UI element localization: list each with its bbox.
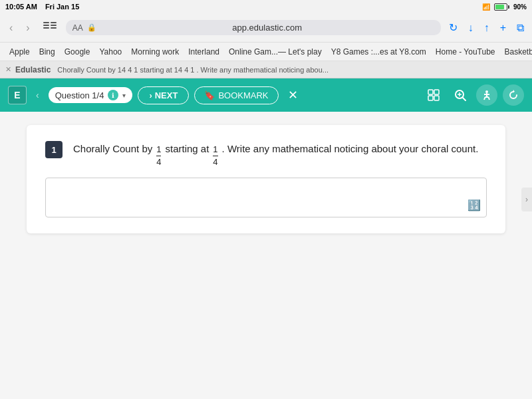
question-text: Chorally Count by 1 4 starting at 1 4 . … [73,141,478,167]
tab-site-title: Edulastic [15,65,51,74]
prev-question-button[interactable]: ‹ [32,87,43,103]
bookmark-bing[interactable]: Bing [35,46,59,58]
fraction-2: 1 4 [213,144,217,167]
svg-rect-7 [434,90,439,94]
forward-button[interactable]: › [22,19,33,37]
question-number: 1 [45,141,63,158]
question-card: 1 Chorally Count by 1 4 starting at 1 4 … [27,125,505,233]
fraction-1-numerator: 1 [156,144,161,156]
chevron-right-icon: › [525,195,528,204]
svg-rect-9 [434,96,439,100]
time-display: 10:05 AM [5,3,37,11]
question-body: 1 Chorally Count by 1 4 starting at 1 4 … [45,141,487,167]
battery-pct: 90% [513,3,527,11]
answer-box[interactable]: 🔢 [45,178,487,217]
aa-text: AA [72,23,83,33]
new-tab-button[interactable]: + [497,21,509,35]
main-content: 1 Chorally Count by 1 4 starting at 1 4 … [0,112,532,399]
back-button[interactable]: ‹ [5,19,17,37]
svg-rect-2 [43,27,49,29]
lock-icon: 🔒 [87,23,96,32]
svg-rect-4 [51,25,57,26]
calculator-icon[interactable]: 🔢 [467,199,481,211]
svg-rect-5 [51,27,57,29]
bookmark-interland[interactable]: Interland [184,46,223,58]
refresh-button[interactable] [503,84,524,106]
question-text-before: Chorally Count by [73,141,152,157]
svg-point-14 [485,90,488,93]
next-label: NEXT [155,90,178,100]
accessibility-button[interactable] [476,84,497,106]
svg-line-19 [484,97,485,100]
fraction-1-denominator: 4 [156,156,161,168]
info-icon: ℹ [108,90,118,100]
close-button[interactable]: ✕ [284,85,302,105]
bookmark-yahoo[interactable]: Yahoo [95,46,126,58]
bookmark-y8games[interactable]: Y8 Games :...es at Y8.com [327,46,430,58]
wifi-icon: 📶 [482,3,490,11]
fraction-2-denominator: 4 [213,156,217,168]
bookmark-morning-work[interactable]: Morning work [127,46,183,58]
svg-line-20 [489,97,490,100]
bookmark-youtube[interactable]: Home - YouTube [432,46,499,58]
edulastic-logo: E [8,86,27,104]
question-text-middle: starting at [165,141,209,157]
bookmarks-bar: Apple Bing Google Yahoo Morning work Int… [0,43,532,61]
url-display: app.edulastic.com [100,23,434,33]
download-button[interactable]: ↓ [466,21,476,35]
reader-mode-button[interactable] [39,19,61,36]
tabs-button[interactable]: ⧉ [514,21,527,35]
edu-toolbar: E ‹ Question 1/4 ℹ ▾ › NEXT 🔖 BOOKMARK ✕ [0,78,532,112]
bookmark-btn-label: BOOKMARK [218,90,268,100]
next-icon: › [149,90,152,100]
question-selector[interactable]: Question 1/4 ℹ ▾ [49,87,133,103]
svg-rect-6 [428,90,433,94]
grid-tool-button[interactable] [423,84,444,106]
bookmark-button[interactable]: 🔖 BOOKMARK [194,86,278,104]
bookmark-flag-icon: 🔖 [204,90,215,100]
close-tab-button[interactable]: ✕ [5,65,11,74]
fraction-1: 1 4 [156,144,161,167]
tab-bar: ✕ Edulastic Chorally Count by 14 4 1 sta… [0,61,532,78]
battery-icon [494,3,509,11]
bookmark-basketball[interactable]: Basketball...ine at Y8.com [500,46,532,58]
svg-rect-1 [43,25,49,26]
address-bar[interactable]: AA 🔒 app.edulastic.com [66,20,441,35]
svg-line-11 [463,98,466,100]
svg-rect-8 [428,96,433,100]
bookmark-apple[interactable]: Apple [5,46,34,58]
share-button[interactable]: ↑ [481,21,492,35]
svg-rect-0 [43,22,49,23]
tab-page-title: Chorally Count by 14 4 1 starting at 14 … [57,66,329,74]
zoom-tool-button[interactable] [450,84,471,106]
reload-button[interactable]: ↻ [446,20,460,35]
browser-toolbar: ‹ › AA 🔒 app.edulastic.com ↻ ↓ ↑ + ⧉ [0,13,532,43]
dropdown-icon: ▾ [122,92,126,99]
date-display: Fri Jan 15 [45,3,79,11]
svg-rect-3 [51,22,57,23]
status-bar: 10:05 AM Fri Jan 15 📶 90% [0,0,532,13]
right-panel-toggle[interactable]: › [521,188,532,211]
bookmark-google[interactable]: Google [61,46,94,58]
question-label: Question 1/4 [55,90,104,100]
bookmark-online-games[interactable]: Online Gam...— Let's play [225,46,326,58]
next-button[interactable]: › NEXT [138,86,189,104]
fraction-2-numerator: 1 [213,144,217,156]
question-text-after: . Write any mathematical noticing about … [222,141,479,157]
